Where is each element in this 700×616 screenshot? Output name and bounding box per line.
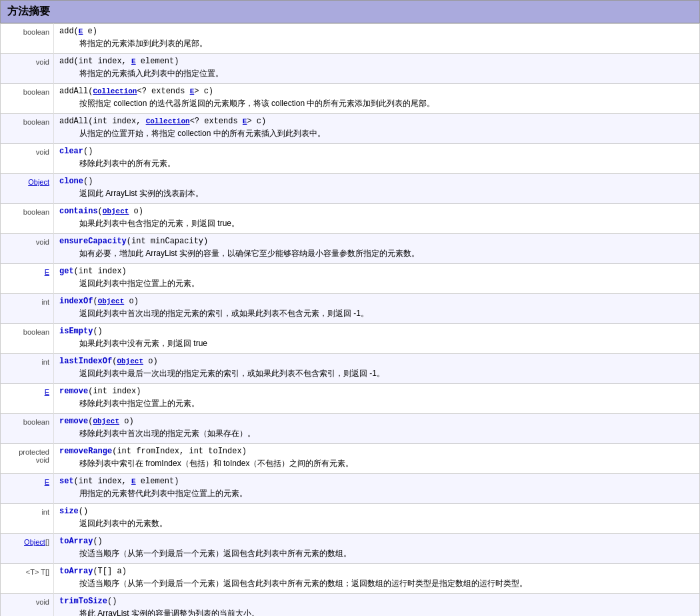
- table-row: booleanaddAll(Collection<? extends E> c)…: [1, 84, 700, 114]
- method-description: 返回此列表中首次出现的指定元素的索引，或如果此列表不包含元素，则返回 -1。: [59, 307, 694, 319]
- method-signature[interactable]: trimToSize(): [59, 597, 694, 606]
- method-signature[interactable]: addAll(int index, Collection<? extends E…: [59, 117, 694, 126]
- table-row: voidclear()移除此列表中的所有元素。: [1, 144, 700, 174]
- method-description: 移除此列表中指定位置上的元素。: [59, 397, 694, 409]
- table-row: voidadd(int index, E element)将指定的元素插入此列表…: [1, 54, 700, 84]
- table-row: Objectclone()返回此 ArrayList 实例的浅表副本。: [1, 174, 700, 204]
- method-detail-cell: lastIndexOf(Object o)返回此列表中最后一次出现的指定元素的索…: [54, 354, 700, 384]
- method-signature[interactable]: isEmpty(): [59, 327, 694, 336]
- return-type-cell: boolean: [1, 414, 54, 444]
- return-type-cell: protectedvoid: [1, 444, 54, 474]
- method-description: 按适当顺序（从第一个到最后一个元素）返回包含此列表中所有元素的数组；返回数组的运…: [59, 577, 694, 589]
- method-signature[interactable]: clear(): [59, 147, 694, 156]
- method-description: 用指定的元素替代此列表中指定位置上的元素。: [59, 487, 694, 499]
- method-signature[interactable]: indexOf(Object o): [59, 297, 694, 306]
- return-type-cell: boolean: [1, 84, 54, 114]
- return-type-cell: E: [1, 384, 54, 414]
- method-description: 按适当顺序（从第一个到最后一个元素）返回包含此列表中所有元素的数组。: [59, 547, 694, 559]
- return-type-cell: boolean: [1, 204, 54, 234]
- method-signature[interactable]: toArray(T[] a): [59, 567, 694, 576]
- method-detail-cell: set(int index, E element)用指定的元素替代此列表中指定位…: [54, 474, 700, 504]
- method-description: 如果此列表中包含指定的元素，则返回 true。: [59, 217, 694, 229]
- table-row: booleanaddAll(int index, Collection<? ex…: [1, 114, 700, 144]
- method-detail-cell: size()返回此列表中的元素数。: [54, 504, 700, 534]
- method-signature[interactable]: lastIndexOf(Object o): [59, 357, 694, 366]
- method-detail-cell: get(int index)返回此列表中指定位置上的元素。: [54, 264, 700, 294]
- return-type-cell: void: [1, 144, 54, 174]
- method-detail-cell: indexOf(Object o)返回此列表中首次出现的指定元素的索引，或如果此…: [54, 294, 700, 324]
- return-type-cell: void: [1, 234, 54, 264]
- return-type-cell: boolean: [1, 324, 54, 354]
- return-type-cell: int: [1, 504, 54, 534]
- table-row: Eset(int index, E element)用指定的元素替代此列表中指定…: [1, 474, 700, 504]
- method-detail-cell: clone()返回此 ArrayList 实例的浅表副本。: [54, 174, 700, 204]
- method-description: 返回此列表中的元素数。: [59, 517, 694, 529]
- method-signature[interactable]: get(int index): [59, 267, 694, 276]
- method-description: 移除此列表中首次出现的指定元素（如果存在）。: [59, 427, 694, 439]
- return-type-cell: Object[]: [1, 534, 54, 564]
- method-signature[interactable]: addAll(Collection<? extends E> c): [59, 87, 694, 96]
- return-type-cell: Object: [1, 174, 54, 204]
- table-row: booleanadd(E e)将指定的元素添加到此列表的尾部。: [1, 24, 700, 54]
- method-detail-cell: isEmpty()如果此列表中没有元素，则返回 true: [54, 324, 700, 354]
- method-signature[interactable]: add(E e): [59, 27, 694, 36]
- method-detail-cell: add(E e)将指定的元素添加到此列表的尾部。: [54, 24, 700, 54]
- table-row: booleanremove(Object o)移除此列表中首次出现的指定元素（如…: [1, 414, 700, 444]
- table-row: Eremove(int index)移除此列表中指定位置上的元素。: [1, 384, 700, 414]
- method-description: 将此 ArrayList 实例的容量调整为列表的当前大小。: [59, 607, 694, 616]
- method-detail-cell: addAll(int index, Collection<? extends E…: [54, 114, 700, 144]
- return-type-cell: int: [1, 354, 54, 384]
- method-detail-cell: add(int index, E element)将指定的元素插入此列表中的指定…: [54, 54, 700, 84]
- method-signature[interactable]: set(int index, E element): [59, 477, 694, 486]
- method-detail-cell: ensureCapacity(int minCapacity)如有必要，增加此 …: [54, 234, 700, 264]
- method-description: 将指定的元素插入此列表中的指定位置。: [59, 67, 694, 79]
- method-signature[interactable]: removeRange(int fromIndex, int toIndex): [59, 447, 694, 456]
- method-signature[interactable]: clone(): [59, 177, 694, 186]
- method-detail-cell: addAll(Collection<? extends E> c)按照指定 co…: [54, 84, 700, 114]
- return-type-cell: boolean: [1, 24, 54, 54]
- table-row: intsize()返回此列表中的元素数。: [1, 504, 700, 534]
- method-detail-cell: remove(int index)移除此列表中指定位置上的元素。: [54, 384, 700, 414]
- method-description: 将指定的元素添加到此列表的尾部。: [59, 37, 694, 49]
- return-type-cell: int: [1, 294, 54, 324]
- table-row: <T> T[]toArray(T[] a)按适当顺序（从第一个到最后一个元素）返…: [1, 564, 700, 594]
- method-signature[interactable]: ensureCapacity(int minCapacity): [59, 237, 694, 246]
- method-description: 返回此 ArrayList 实例的浅表副本。: [59, 187, 694, 199]
- table-row: voidtrimToSize()将此 ArrayList 实例的容量调整为列表的…: [1, 594, 700, 617]
- method-signature[interactable]: remove(int index): [59, 387, 694, 396]
- method-description: 移除此列表中的所有元素。: [59, 157, 694, 169]
- section-title: 方法摘要: [7, 5, 50, 17]
- method-detail-cell: remove(Object o)移除此列表中首次出现的指定元素（如果存在）。: [54, 414, 700, 444]
- table-row: Object[]toArray()按适当顺序（从第一个到最后一个元素）返回包含此…: [1, 534, 700, 564]
- page-container: 方法摘要 booleanadd(E e)将指定的元素添加到此列表的尾部。void…: [0, 0, 700, 616]
- table-row: booleancontains(Object o)如果此列表中包含指定的元素，则…: [1, 204, 700, 234]
- return-type-cell: void: [1, 594, 54, 617]
- table-row: intlastIndexOf(Object o)返回此列表中最后一次出现的指定元…: [1, 354, 700, 384]
- method-detail-cell: contains(Object o)如果此列表中包含指定的元素，则返回 true…: [54, 204, 700, 234]
- return-type-cell: E: [1, 474, 54, 504]
- return-type-cell: void: [1, 54, 54, 84]
- method-table: booleanadd(E e)将指定的元素添加到此列表的尾部。voidadd(i…: [0, 23, 700, 616]
- return-type-cell: E: [1, 264, 54, 294]
- return-type-cell: <T> T[]: [1, 564, 54, 594]
- table-row: voidensureCapacity(int minCapacity)如有必要，…: [1, 234, 700, 264]
- method-detail-cell: toArray()按适当顺序（从第一个到最后一个元素）返回包含此列表中所有元素的…: [54, 534, 700, 564]
- method-detail-cell: trimToSize()将此 ArrayList 实例的容量调整为列表的当前大小…: [54, 594, 700, 617]
- method-signature[interactable]: toArray(): [59, 537, 694, 546]
- table-row: intindexOf(Object o)返回此列表中首次出现的指定元素的索引，或…: [1, 294, 700, 324]
- method-description: 如有必要，增加此 ArrayList 实例的容量，以确保它至少能够容纳最小容量参…: [59, 247, 694, 259]
- method-detail-cell: removeRange(int fromIndex, int toIndex)移…: [54, 444, 700, 474]
- table-row: protectedvoidremoveRange(int fromIndex, …: [1, 444, 700, 474]
- method-signature[interactable]: add(int index, E element): [59, 57, 694, 66]
- method-description: 按照指定 collection 的迭代器所返回的元素顺序，将该 collecti…: [59, 97, 694, 109]
- section-header: 方法摘要: [0, 0, 700, 23]
- method-description: 如果此列表中没有元素，则返回 true: [59, 337, 694, 349]
- return-type-cell: boolean: [1, 114, 54, 144]
- method-signature[interactable]: contains(Object o): [59, 207, 694, 216]
- table-row: booleanisEmpty()如果此列表中没有元素，则返回 true: [1, 324, 700, 354]
- method-signature[interactable]: remove(Object o): [59, 417, 694, 426]
- method-description: 从指定的位置开始，将指定 collection 中的所有元素插入到此列表中。: [59, 127, 694, 139]
- method-description: 返回此列表中指定位置上的元素。: [59, 277, 694, 289]
- method-signature[interactable]: size(): [59, 507, 694, 516]
- method-detail-cell: toArray(T[] a)按适当顺序（从第一个到最后一个元素）返回包含此列表中…: [54, 564, 700, 594]
